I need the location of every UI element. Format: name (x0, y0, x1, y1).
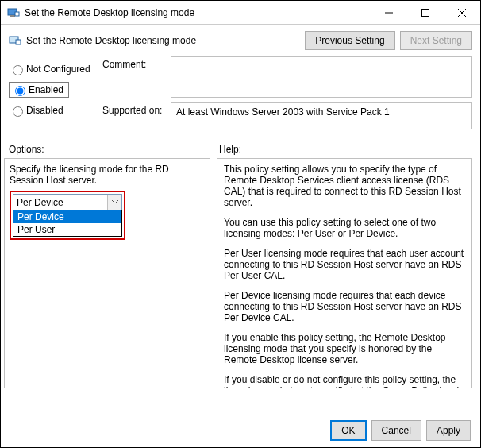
supported-value: At least Windows Server 2003 with Servic… (176, 106, 390, 118)
radio-not-configured[interactable]: Not Configured (9, 63, 102, 75)
previous-setting-button[interactable]: Previous Setting (305, 31, 394, 50)
highlight-box: Per Device Per Device Per User (10, 191, 125, 240)
dropdown-option-per-device[interactable]: Per Device (13, 210, 121, 223)
svg-rect-1 (10, 15, 15, 17)
help-paragraph: Per Device licensing mode requires that … (224, 290, 465, 323)
window-title: Set the Remote Desktop licensing mode (25, 7, 194, 18)
help-paragraph: This policy setting allows you to specif… (224, 164, 465, 208)
svg-rect-8 (16, 40, 21, 44)
radio-disabled[interactable]: Disabled (9, 104, 102, 117)
help-label: Help: (219, 144, 241, 155)
cancel-button[interactable]: Cancel (371, 420, 421, 441)
help-paragraph: If you disable or do not configure this … (224, 374, 465, 388)
help-paragraph: Per User licensing mode requires that ea… (224, 248, 465, 281)
state-radio-group: Not Configured Enabled Disabled (9, 56, 102, 134)
svg-rect-4 (422, 9, 429, 16)
ok-button[interactable]: OK (330, 420, 366, 441)
help-paragraph: If you enable this policy setting, the R… (224, 332, 465, 365)
combo-value: Per Device (13, 195, 107, 210)
radio-label: Disabled (26, 105, 63, 116)
help-panel: This policy setting allows you to specif… (217, 158, 472, 388)
supported-text: At least Windows Server 2003 with Servic… (171, 102, 472, 129)
minimize-button[interactable] (371, 1, 407, 25)
chevron-down-icon[interactable] (107, 195, 121, 210)
options-panel: Specify the licensing mode for the RD Se… (4, 158, 210, 388)
dialog-buttons: OK Cancel Apply (325, 420, 471, 441)
radio-label: Not Configured (26, 64, 90, 75)
help-paragraph: You can use this policy setting to selec… (224, 217, 465, 239)
header-row: Set the Remote Desktop licensing mode Pr… (1, 25, 480, 53)
supported-label: Supported on: (102, 102, 171, 116)
licensing-mode-dropdown: Per Device Per User (13, 210, 122, 237)
app-icon (7, 6, 20, 19)
comment-label: Comment: (102, 56, 171, 70)
radio-label: Enabled (29, 84, 63, 95)
policy-icon (9, 34, 21, 47)
next-setting-button: Next Setting (400, 31, 472, 50)
titlebar: Set the Remote Desktop licensing mode (1, 1, 480, 25)
header-subtitle: Set the Remote Desktop licensing mode (26, 35, 196, 46)
apply-button[interactable]: Apply (426, 420, 471, 441)
dropdown-option-per-user[interactable]: Per User (13, 223, 121, 236)
maximize-button[interactable] (407, 1, 444, 25)
comment-textarea[interactable] (171, 56, 472, 98)
svg-rect-2 (15, 12, 19, 16)
licensing-mode-combo[interactable]: Per Device (13, 194, 122, 210)
options-instruction: Specify the licensing mode for the RD Se… (10, 164, 205, 186)
options-label: Options: (9, 144, 219, 155)
close-button[interactable] (444, 1, 480, 25)
radio-enabled[interactable]: Enabled (9, 82, 69, 98)
